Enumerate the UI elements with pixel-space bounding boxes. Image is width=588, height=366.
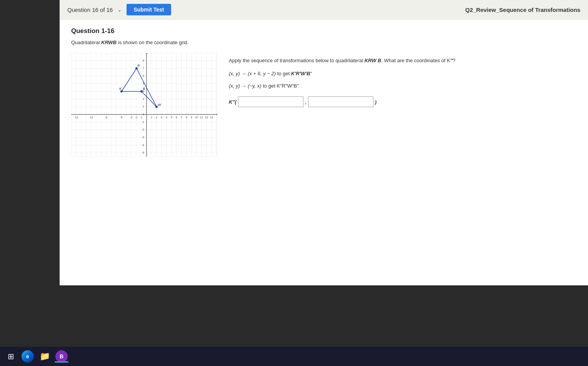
svg-text:3: 3: [161, 116, 162, 119]
svg-text:6: 6: [176, 116, 177, 119]
submit-button[interactable]: Submit Test: [127, 4, 171, 15]
t1-post: to get: [276, 71, 291, 76]
windows-icon: ⊞: [8, 352, 14, 361]
svg-text:4: 4: [166, 116, 167, 119]
t1-arrow: →: [240, 71, 248, 76]
apply-text: Apply the sequence of transformations be…: [229, 57, 576, 65]
answer-input-y[interactable]: [308, 96, 373, 107]
problem-text: Apply the sequence of transformations be…: [229, 53, 576, 107]
answer-row: K″( , ): [229, 96, 576, 107]
start-button[interactable]: ⊞: [4, 349, 18, 363]
svg-text:7: 7: [181, 116, 182, 119]
question-area: Question 1-16 Quadrilateral KRWB is show…: [60, 20, 588, 285]
question-title: Question 1-16: [71, 27, 576, 35]
svg-text:-1: -1: [140, 116, 142, 119]
desc-bold: KRWB: [101, 40, 117, 45]
svg-text:8: 8: [186, 116, 187, 119]
edge-button[interactable]: e: [21, 349, 35, 363]
file-explorer-button[interactable]: 📁: [38, 349, 52, 363]
taskbar-active-indicator: [55, 361, 68, 363]
svg-text:6: 6: [143, 75, 144, 77]
brainly-icon: B: [55, 350, 68, 363]
t2-pre: (x, y): [229, 83, 240, 89]
page-title: Q2_Review_Sequence of Transformations: [465, 7, 580, 13]
svg-text:9: 9: [191, 116, 192, 119]
svg-text:-1: -1: [142, 121, 144, 123]
svg-text:13: 13: [210, 116, 213, 119]
t1-rule: (x + 6, y − 2): [248, 71, 276, 76]
svg-text:-3: -3: [142, 136, 144, 139]
svg-text:5: 5: [171, 116, 172, 119]
t1-result: K′R′W′B′: [291, 71, 311, 76]
svg-text:-2: -2: [135, 116, 137, 119]
desc-pre: Quadrilateral: [71, 40, 101, 45]
svg-text:11: 11: [200, 116, 203, 119]
svg-text:1: 1: [143, 113, 144, 116]
svg-text:10: 10: [195, 116, 198, 119]
apply-pre: Apply the sequence of transformations be…: [229, 58, 365, 63]
main-content: Question 16 of 16 ⌄ Submit Test Q2_Revie…: [60, 0, 588, 366]
t2-post: to get K″R″W″B″: [262, 83, 299, 89]
svg-text:-5: -5: [120, 116, 122, 119]
apply-bold: KRW B: [365, 58, 381, 63]
svg-text:12: 12: [205, 116, 208, 119]
answer-close: ): [375, 99, 376, 105]
coordinate-grid: -14 -11 -8 -5 -3 -2 -1 1 2 3 4 5 6: [71, 53, 217, 157]
chevron-down-icon[interactable]: ⌄: [117, 7, 122, 13]
transformation1: (x, y) → (x + 6, y − 2) to get K′R′W′B′: [229, 70, 576, 78]
svg-text:-11: -11: [89, 116, 93, 119]
svg-text:2: 2: [156, 116, 157, 119]
folder-icon: 📁: [40, 351, 50, 361]
svg-text:R: R: [137, 64, 140, 68]
t1-pre: (x, y): [229, 71, 240, 76]
svg-text:B: B: [143, 87, 145, 91]
brainly-button[interactable]: B: [55, 349, 68, 363]
svg-text:8: 8: [143, 59, 144, 62]
svg-text:K: K: [119, 87, 122, 91]
taskbar: ⊞ e 📁 B: [0, 347, 588, 366]
svg-text:3: 3: [143, 98, 144, 100]
apply-post: . What are the coordinates of K: [381, 58, 450, 63]
svg-text:-5: -5: [142, 151, 144, 154]
question-description: Quadrilateral KRWB is shown on the coord…: [71, 40, 576, 45]
svg-rect-0: [71, 53, 217, 157]
transformation2: (x, y) → (−y, x) to get K″R″W″B″: [229, 82, 576, 90]
svg-text:-8: -8: [105, 116, 107, 119]
apply-suffix: ?: [453, 58, 455, 63]
svg-text:1: 1: [151, 116, 152, 119]
edge-icon: e: [22, 350, 34, 363]
left-sidebar: [0, 0, 60, 366]
svg-text:-3: -3: [130, 116, 132, 119]
t2-arrow: →: [240, 83, 248, 89]
svg-text:-4: -4: [142, 144, 144, 146]
svg-text:2: 2: [143, 105, 144, 108]
answer-input-x[interactable]: [238, 96, 303, 107]
top-bar: Question 16 of 16 ⌄ Submit Test Q2_Revie…: [60, 0, 588, 20]
grid-container: -14 -11 -8 -5 -3 -2 -1 1 2 3 4 5 6: [71, 53, 217, 157]
svg-text:7: 7: [143, 67, 144, 70]
desc-post: is shown on the coordinate grid.: [117, 40, 188, 45]
content-split: -14 -11 -8 -5 -3 -2 -1 1 2 3 4 5 6: [71, 53, 576, 157]
svg-text:-2: -2: [142, 128, 144, 131]
answer-label: K″(: [229, 99, 237, 105]
answer-comma: ,: [305, 99, 306, 105]
svg-text:-14: -14: [74, 116, 78, 119]
t2-rule: (−y, x): [248, 83, 262, 89]
question-counter: Question 16 of 16: [67, 7, 113, 13]
top-bar-left: Question 16 of 16 ⌄ Submit Test: [67, 4, 171, 15]
